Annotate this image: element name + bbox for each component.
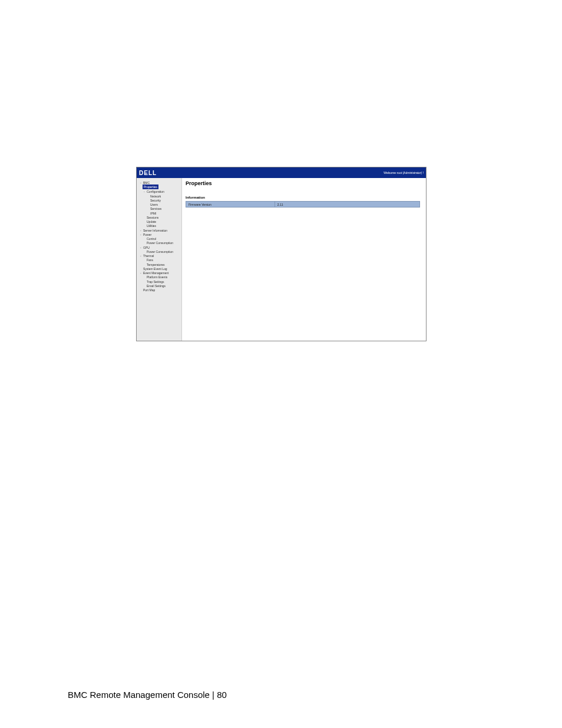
nav-item-label: Event Management [143, 271, 168, 275]
nav-item-control[interactable]: Control [139, 237, 180, 241]
section-title: Information [186, 196, 420, 199]
nav-item-properties[interactable]: Properties [143, 185, 158, 189]
nav-item-configuration[interactable]: -Configuration [139, 190, 180, 194]
nav-item-label: Power Consumption [147, 241, 173, 245]
nav-item-power[interactable]: -Power [139, 232, 180, 236]
nav-item-label: Email Settings [147, 284, 166, 288]
nav-item-label: GPU [143, 246, 150, 249]
nav-item-label: System Event Log [143, 267, 167, 271]
content-pane: Properties Information Firmware Version2… [182, 178, 426, 341]
nav-item-label: Port Map [143, 288, 155, 292]
nav-item-bmc[interactable]: -BMC [139, 180, 180, 185]
nav-item-power-consumption[interactable]: Power Consumption [139, 241, 180, 245]
nav-item-system-event-log[interactable]: System Event Log [139, 266, 180, 271]
welcome-text: Welcome root (Administrator) ! [384, 171, 424, 174]
nav-item-email-settings[interactable]: Email Settings [139, 284, 180, 288]
page-title: Properties [186, 180, 420, 186]
nav-item-label: Sessions [147, 216, 158, 219]
nav-item-gpu[interactable]: -GPU [139, 245, 180, 249]
nav-item-users[interactable]: Users [139, 203, 180, 207]
nav-item-label: Users [150, 203, 158, 206]
nav-item-server-information[interactable]: -Server Information [139, 228, 180, 232]
dell-logo: DELL [139, 170, 157, 176]
nav-item-port-map[interactable]: Port Map [139, 288, 180, 292]
nav-item-label: IPMI [150, 212, 156, 215]
nav-item-label: Properties [144, 185, 157, 189]
nav-item-label: Services [150, 207, 161, 210]
nav-item-event-management[interactable]: -Event Management [139, 271, 180, 275]
info-table: Firmware Version2.11 [186, 201, 420, 207]
nav-item-sessions[interactable]: Sessions [139, 215, 180, 219]
info-value: 2.11 [275, 202, 419, 207]
topbar: DELL Welcome root (Administrator) ! [137, 167, 426, 178]
nav-item-security[interactable]: Security [139, 198, 180, 202]
nav-item-utilities[interactable]: Utilities [139, 224, 180, 228]
nav-item-label: Temperatures [147, 263, 165, 266]
document-page: DELL Welcome root (Administrator) ! -BMC… [0, 0, 562, 728]
nav-item-trap-settings[interactable]: Trap Settings [139, 279, 180, 284]
nav-item-label: Trap Settings [147, 280, 164, 284]
nav-item-label: Security [150, 199, 161, 202]
nav-item-power-consumption[interactable]: Power Consumption [139, 249, 180, 253]
nav-item-label: Fans [147, 258, 153, 262]
nav-item-label: Control [147, 237, 156, 241]
nav-item-ipmi[interactable]: IPMI [139, 211, 180, 215]
nav-item-label: Server Information [143, 229, 167, 232]
nav-item-label: Power Consumption [147, 250, 173, 253]
main-body: -BMCProperties-ConfigurationNetworkSecur… [137, 178, 426, 341]
nav-item-label: Update [147, 220, 156, 223]
nav-item-services[interactable]: Services [139, 207, 180, 211]
nav-item-label: Power [143, 233, 151, 236]
nav-item-thermal[interactable]: -Thermal [139, 254, 180, 258]
page-footer: BMC Remote Management Console | 80 [68, 690, 227, 700]
nav-item-label: Thermal [143, 254, 154, 258]
screenshot-frame: DELL Welcome root (Administrator) ! -BMC… [136, 167, 427, 341]
nav-item-platform-events[interactable]: Platform Events [139, 275, 180, 279]
nav-item-fans[interactable]: Fans [139, 258, 180, 262]
nav-sidebar: -BMCProperties-ConfigurationNetworkSecur… [137, 178, 182, 341]
nav-item-label: Network [150, 195, 161, 198]
nav-item-network[interactable]: Network [139, 194, 180, 198]
nav-item-label: Utilities [147, 224, 156, 228]
info-key: Firmware Version [186, 202, 275, 207]
nav-item-label: BMC [143, 181, 150, 185]
nav-item-temperatures[interactable]: Temperatures [139, 262, 180, 266]
nav-item-label: Platform Events [147, 275, 167, 279]
nav-item-label: Configuration [147, 190, 164, 193]
nav-item-update[interactable]: Update [139, 220, 180, 224]
table-row: Firmware Version2.11 [186, 202, 420, 207]
